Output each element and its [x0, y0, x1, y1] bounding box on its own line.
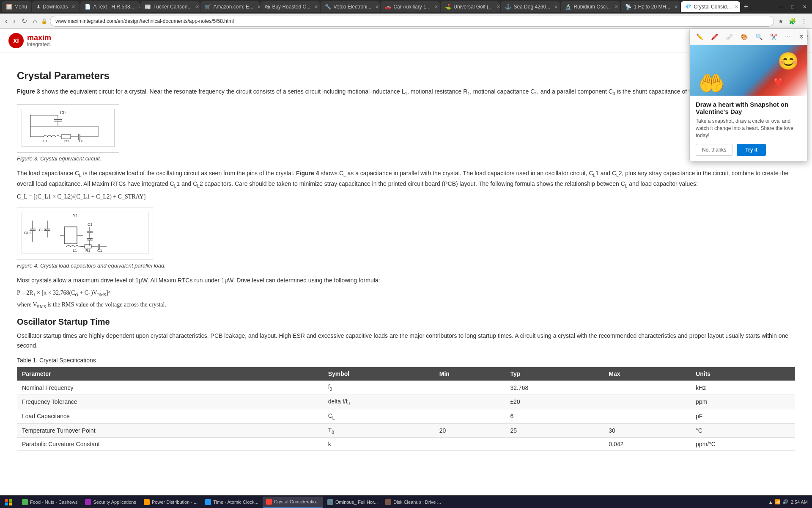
popup-tool-more[interactable]: ⋯ — [782, 32, 794, 42]
popup-description: Take a snapshot, draw a circle or oval a… — [696, 118, 801, 139]
table-cell: ±20 — [505, 395, 604, 409]
table-cell: 0.042 — [604, 438, 691, 451]
tab-close-tucker[interactable]: ✕ — [195, 4, 199, 10]
figure4-image: Y1 CL1 CL2 — [17, 207, 153, 260]
tab-close-1hz[interactable]: ✕ — [674, 4, 678, 10]
tab-close-sea-dog[interactable]: ✕ — [554, 4, 558, 10]
table-cell: k — [323, 438, 434, 451]
col-parameter: Parameter — [17, 367, 323, 381]
tab-icon-car-aux: 🚗 — [385, 4, 391, 10]
clock[interactable]: 2:54 AM — [791, 500, 808, 505]
svg-text:L1: L1 — [43, 139, 47, 143]
tab-universal-golf[interactable]: ⛳ Universal Golf (... ✕ — [441, 1, 500, 12]
section2-title: Oscillator Startup Time — [17, 317, 795, 327]
tab-close-text[interactable]: ✕ — [138, 4, 140, 10]
tab-vetco[interactable]: 🔧 Vetco Electroni... ✕ — [321, 1, 380, 12]
section2-p1: Oscillator startup times are highly depe… — [17, 331, 795, 350]
svg-text:Y1: Y1 — [73, 213, 78, 218]
taskbar-item[interactable]: Ominous_ Full Hor... — [324, 497, 381, 508]
tab-1hz[interactable]: 📡 1 Hz to 20 MH... ✕ — [621, 1, 680, 12]
forward-button[interactable]: › — [11, 16, 17, 27]
taskbar-item[interactable]: Disk Cleanup : Drive ... — [382, 497, 444, 508]
tray-arrow[interactable]: ▲ — [768, 500, 773, 505]
hand-emoji: 🤲 — [698, 71, 724, 96]
home-button[interactable]: ⌂ — [31, 16, 39, 27]
address-bar[interactable] — [50, 16, 774, 27]
popup-tool-highlight[interactable]: 🖍️ — [708, 32, 721, 42]
tab-close-vetco[interactable]: ✕ — [375, 4, 379, 10]
tray-volume[interactable]: 🔊 — [782, 499, 788, 505]
popup-tool-zoom[interactable]: 🔍 — [752, 32, 765, 42]
tab-tucker[interactable]: 📰 Tucker Carlson... ✕ — [140, 1, 200, 12]
tab-close-amazon[interactable]: ✕ — [257, 4, 260, 10]
brand-name: maxim — [27, 34, 51, 42]
table-cell: Frequency Tolerance — [17, 395, 323, 409]
tab-amazon[interactable]: 🛒 Amazon.com: E... ✕ — [200, 1, 260, 12]
popup-try-button[interactable]: Try it — [737, 144, 766, 156]
heart-emoji: 😊 — [778, 51, 799, 71]
table-cell: 32.768 — [505, 381, 604, 395]
table-cell: Load Capacitance — [17, 409, 323, 423]
menu-button[interactable]: ⋮ — [799, 16, 809, 26]
new-tab-button[interactable]: + — [741, 3, 751, 11]
table-cell: 20 — [434, 423, 505, 438]
tab-close-car-aux[interactable]: ✕ — [434, 4, 438, 10]
tab-menu[interactable]: 🪟 Menu — [2, 1, 31, 12]
popup-no-button[interactable]: No, thanks — [696, 144, 732, 156]
tab-close-downloads[interactable]: ✕ — [71, 4, 75, 10]
section1-p1: Figure 3 shows the equivalent circuit fo… — [17, 87, 795, 97]
tab-close-rubidium[interactable]: ✕ — [614, 4, 618, 10]
close-button[interactable]: ✕ — [799, 2, 810, 11]
figure3-image: C0 L1 R1 — [17, 104, 119, 153]
table-cell: kHz — [691, 381, 795, 395]
popup-tool-color[interactable]: 🎨 — [738, 32, 751, 42]
taskbar-item[interactable]: Power Distribution - ... — [140, 497, 201, 508]
table-cell: T0 — [323, 423, 434, 438]
extensions-button[interactable]: 🧩 — [787, 16, 798, 26]
tab-rubidium[interactable]: 🔬 Rubidium Osci... ✕ — [561, 1, 620, 12]
popup-close-button[interactable]: ✕ — [798, 33, 804, 41]
col-max: Max — [604, 367, 691, 381]
taskbar-item[interactable]: Security Applications — [82, 497, 140, 508]
tab-close-buy-roasted[interactable]: ✕ — [314, 4, 318, 10]
figure4-wrap: Y1 CL1 CL2 — [17, 207, 795, 269]
logo-letter: xi — [13, 37, 19, 44]
popup-tool-erase[interactable]: 🩹 — [723, 32, 736, 42]
bookmark-button[interactable]: ★ — [776, 16, 785, 26]
minimize-button[interactable]: ─ — [776, 2, 786, 11]
tab-text[interactable]: 📄 A Text - H.R.538... ✕ — [80, 1, 140, 12]
tab-icon-crystal: 💎 — [685, 4, 691, 10]
maximize-button[interactable]: □ — [788, 2, 798, 11]
tab-bar: 🪟 Menu ⬇ Downloads ✕ 📄 A Text - H.R.538.… — [0, 0, 812, 14]
tray-network[interactable]: 📶 — [775, 499, 781, 505]
taskbar-item-icon — [22, 499, 28, 505]
tab-car-aux[interactable]: 🚗 Car Auxiliary 1... ✕ — [381, 1, 440, 12]
start-button[interactable] — [0, 496, 17, 508]
tab-buy-roasted[interactable]: 🛍 Buy Roasted C... ✕ — [261, 1, 320, 12]
tab-close-universal-golf[interactable]: ✕ — [497, 4, 500, 10]
tab-close-crystal[interactable]: ✕ — [735, 4, 738, 10]
table-cell: f0 — [323, 381, 434, 395]
tab-icon-vetco: 🔧 — [325, 4, 331, 10]
table-cell — [505, 438, 604, 451]
popup-tool-pen[interactable]: ✏️ — [693, 32, 706, 42]
maxim-logo-box: xi — [8, 33, 24, 48]
col-typ: Typ — [505, 367, 604, 381]
taskbar-item[interactable]: Food - Nuts - Cashews — [19, 497, 81, 508]
table-cell — [604, 395, 691, 409]
taskbar-item[interactable]: Time - Atomic Clock... — [202, 497, 262, 508]
formula1: C_L = [(C_L1 × C_L2)/(C_L1 + C_L2) + C_S… — [17, 193, 795, 200]
back-button[interactable]: ‹ — [3, 16, 9, 27]
svg-rect-57 — [5, 499, 8, 502]
taskbar-item[interactable]: Crystal Consideratio... — [263, 497, 323, 508]
lock-icon: 🔒 — [41, 18, 47, 24]
window-controls: ─ □ ✕ — [776, 2, 810, 11]
tab-icon-rubidium: 🔬 — [565, 4, 571, 10]
tab-sea-dog[interactable]: ⚓ Sea Dog 4260... ✕ — [501, 1, 560, 12]
browser-chrome: 🪟 Menu ⬇ Downloads ✕ 📄 A Text - H.R.538.… — [0, 0, 812, 29]
tab-crystal[interactable]: 💎 Crystal Consid... ✕ — [681, 1, 740, 12]
table-cell — [434, 438, 505, 451]
reload-button[interactable]: ↻ — [20, 15, 29, 27]
tab-downloads[interactable]: ⬇ Downloads ✕ — [32, 1, 80, 12]
popup-tool-crop[interactable]: ✂️ — [767, 32, 780, 42]
